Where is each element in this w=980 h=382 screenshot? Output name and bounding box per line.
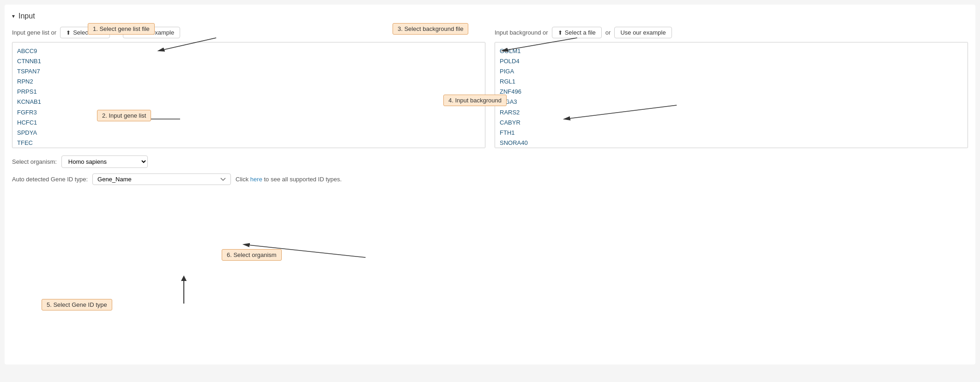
gene-list-textarea[interactable]: ABCC9 CTNNB1 TSPAN7 RPN2 PRPS1 KCNAB1 FG… — [12, 42, 485, 148]
section-title: Input — [18, 12, 35, 20]
list-item: PIGA — [500, 66, 963, 77]
callout-4: 4. Input background — [443, 95, 507, 106]
list-item: TSPAN7 — [17, 66, 480, 77]
list-item: ZNF496 — [500, 87, 963, 97]
background-list-textarea[interactable]: GOLM1 POLD4 PIGA RGL1 ZNF496 ITGA3 RARS2… — [495, 42, 968, 148]
use-example-background-button[interactable]: Use our example — [614, 27, 671, 38]
upload-icon-bg: ⬆ — [558, 30, 563, 36]
callout-2: 2. Input gene list — [97, 110, 151, 121]
gene-id-row: Auto detected Gene ID type: Gene_Name En… — [12, 173, 968, 185]
list-item: GOLM1 — [500, 46, 963, 56]
list-item: PRPS1 — [17, 87, 480, 97]
list-item: SPDYA — [17, 128, 480, 138]
callout-5: 5. Select Gene ID type — [42, 299, 112, 310]
gene-id-label: Auto detected Gene ID type: — [12, 176, 88, 183]
or-text-right: or — [605, 29, 611, 36]
organism-row: Select organism: Homo sapiens Mus muscul… — [12, 155, 968, 168]
list-item: RGL1 — [500, 77, 963, 87]
two-column-layout: Input gene list or ⬆ Select a file or Us… — [12, 27, 968, 148]
callout-6: 6. Select organism — [222, 249, 282, 261]
click-info-before: Click — [236, 176, 250, 183]
list-item: CTNNB1 — [17, 56, 480, 66]
list-item: FTH1 — [500, 128, 963, 138]
list-item: ABCC9 — [17, 46, 480, 56]
organism-label: Select organism: — [12, 158, 57, 165]
list-item: TFEC — [17, 138, 480, 148]
chevron-icon[interactable]: ▾ — [12, 13, 15, 19]
callout-3: 3. Select background file — [393, 23, 468, 35]
list-item: RARS2 — [500, 107, 963, 118]
organism-select[interactable]: Homo sapiens Mus musculus Rattus norvegi… — [61, 155, 148, 168]
list-item: ITGA3 — [500, 97, 963, 107]
list-item: KCNAB1 — [17, 97, 480, 107]
background-section: Input background or ⬆ Select a file or U… — [495, 27, 968, 148]
list-item: RPN2 — [17, 77, 480, 87]
list-item: FGFR3 — [17, 107, 480, 118]
here-link[interactable]: here — [250, 176, 262, 183]
background-input-row: Input background or ⬆ Select a file or U… — [495, 27, 968, 38]
callout-1: 1. Select gene list file — [88, 23, 155, 35]
click-info-text: Click here to see all supported ID types… — [236, 176, 342, 183]
list-item: CABYR — [500, 118, 963, 128]
upload-icon: ⬆ — [66, 30, 71, 36]
background-label: Input background or — [495, 29, 548, 36]
gene-list-section: Input gene list or ⬆ Select a file or Us… — [12, 27, 485, 148]
list-item: SNORA40 — [500, 138, 963, 148]
section-header: ▾ Input — [12, 12, 968, 20]
gene-id-select[interactable]: Gene_Name Ensembl Entrez UniProt — [92, 173, 231, 185]
list-item: POLD4 — [500, 56, 963, 66]
gene-list-label: Input gene list or — [12, 29, 56, 36]
select-background-file-button[interactable]: ⬆ Select a file — [552, 27, 602, 38]
click-info-after: to see all supported ID types. — [262, 176, 342, 183]
main-container: ▾ Input Input gene list or ⬆ Select a fi… — [5, 5, 975, 364]
list-item: HCFC1 — [17, 118, 480, 128]
bottom-controls: Select organism: Homo sapiens Mus muscul… — [12, 155, 968, 185]
